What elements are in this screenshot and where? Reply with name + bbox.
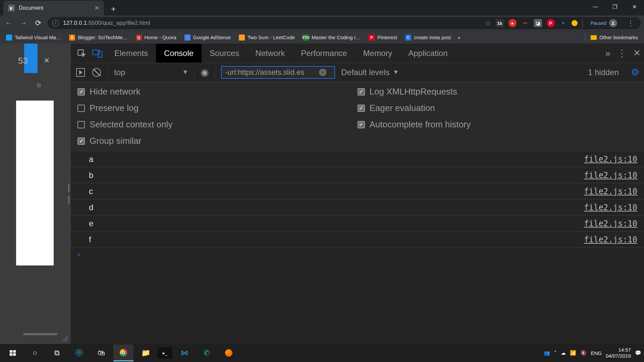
devtools-tab-elements[interactable]: Elements <box>106 44 156 63</box>
language-indicator[interactable]: ENG <box>591 350 602 356</box>
menu-button[interactable]: ⋮ <box>625 19 636 27</box>
vertical-grip-icon[interactable] <box>67 184 70 204</box>
tab-close-icon[interactable]: ✕ <box>94 4 99 12</box>
taskbar-vscode-icon[interactable]: ⋈ <box>174 345 195 361</box>
context-selector[interactable]: top▼ <box>114 68 188 77</box>
bookmark-item[interactable]: Two Sum - LeetCode <box>236 33 298 42</box>
devtools-tab-application[interactable]: Application <box>400 44 455 63</box>
hidden-count[interactable]: 1 hidden <box>588 68 619 77</box>
taskbar-store-icon[interactable]: 🛍 <box>91 345 111 361</box>
setting-label: Autocomplete from history <box>370 119 471 130</box>
log-source-link[interactable]: file2.js:10 <box>584 203 637 212</box>
close-window-button[interactable]: ✕ <box>625 0 644 13</box>
toggle-sidebar-icon[interactable] <box>75 67 86 77</box>
setting-label: Group similar <box>90 136 142 146</box>
bookmark-item[interactable]: Ccreate insta post <box>402 33 453 42</box>
log-message: d <box>89 203 93 212</box>
extension-icon[interactable]: ● <box>508 19 517 27</box>
maximize-button[interactable]: ❐ <box>605 0 625 13</box>
site-info-icon[interactable]: i <box>52 20 59 26</box>
live-expression-icon[interactable]: ◉ <box>201 67 209 78</box>
devtools-tab-performance[interactable]: Performance <box>293 44 355 63</box>
console-prompt[interactable]: › <box>71 248 644 262</box>
log-source-link[interactable]: file2.js:10 <box>584 219 637 228</box>
svg-rect-10 <box>13 353 16 356</box>
filter-field[interactable] <box>225 68 319 77</box>
setting-group-similar[interactable]: Group similar <box>77 136 358 146</box>
bookmark-item[interactable]: FTUMaster the Coding I… <box>300 33 363 42</box>
strip-handle-icon[interactable] <box>23 333 57 335</box>
start-button[interactable] <box>3 345 23 361</box>
people-icon[interactable]: 👥 <box>544 350 550 356</box>
setting-eager-evaluation[interactable]: Eager evaluation <box>358 103 638 113</box>
bookmark-item[interactable]: BBlogger: SciTechMe… <box>66 33 130 42</box>
reload-button[interactable]: ⟳ <box>33 18 44 28</box>
devtools-tabs-overflow[interactable]: » <box>605 48 610 59</box>
filter-input[interactable]: ✕ <box>221 66 335 79</box>
bookmark-item[interactable]: Tailwind Visual Ma… <box>3 33 64 42</box>
setting-hide-network[interactable]: Hide network <box>77 86 358 97</box>
log-source-link[interactable]: file2.js:10 <box>584 155 637 164</box>
back-button[interactable]: ← <box>3 18 14 28</box>
log-row: efile2.js:10 <box>71 216 644 232</box>
task-view-button[interactable]: ⧉ <box>47 345 67 361</box>
new-tab-button[interactable]: ＋ <box>109 3 117 14</box>
onedrive-icon[interactable]: ☁ <box>561 350 566 356</box>
cortana-button[interactable]: ○ <box>25 345 45 361</box>
close-strip-icon[interactable]: ✕ <box>44 56 50 65</box>
extension-icon[interactable]: P <box>547 19 555 27</box>
bookmark-favicon-icon: Q <box>136 35 142 41</box>
taskbar-whatsapp-icon[interactable]: ✆ <box>197 345 217 361</box>
setting-selected-context-only[interactable]: Selected context only <box>77 119 358 130</box>
extension-icon[interactable] <box>572 20 578 26</box>
device-toggle-icon[interactable] <box>90 46 105 61</box>
devtools-tab-sources[interactable]: Sources <box>202 44 247 63</box>
forward-button[interactable]: → <box>18 18 29 28</box>
volume-icon[interactable]: 🔇 <box>580 350 587 356</box>
setting-autocomplete-from-history[interactable]: Autocomplete from history <box>358 119 638 130</box>
setting-log-xmlhttprequests[interactable]: Log XMLHttpRequests <box>358 86 638 97</box>
devtools-tab-memory[interactable]: Memory <box>355 44 400 63</box>
extension-icon[interactable]: ◪ <box>534 19 542 27</box>
address-bar[interactable]: i 127.0.0.1:5500/quiz_app/file2.html ☆ 1… <box>48 17 641 29</box>
tray-chevron-icon[interactable]: ˄ <box>554 350 557 356</box>
extension-icon[interactable] <box>562 22 564 24</box>
taskbar-terminal-icon[interactable]: ▸_ <box>158 347 172 359</box>
action-center-icon[interactable]: 💬 <box>635 350 641 356</box>
inspect-element-icon[interactable] <box>74 46 89 61</box>
setting-preserve-log[interactable]: Preserve log <box>77 103 358 113</box>
log-source-link[interactable]: file2.js:10 <box>584 187 637 196</box>
log-levels-selector[interactable]: Default levels▼ <box>341 68 399 77</box>
taskbar-ie-icon[interactable]: ⓔ <box>69 345 89 361</box>
devtools-tab-network[interactable]: Network <box>247 44 293 63</box>
clear-filter-icon[interactable]: ✕ <box>319 69 326 76</box>
clock[interactable]: 14:57 04/07/2019 <box>606 347 631 359</box>
extension-icon[interactable]: 〰 <box>521 19 529 27</box>
other-bookmarks[interactable]: Other bookmarks <box>588 33 641 42</box>
resize-handle-icon[interactable] <box>62 335 68 342</box>
browser-tab[interactable]: ◧ Document ✕ <box>3 1 104 15</box>
system-tray: 👥 ˄ ☁ 📶 🔇 ENG 14:57 04/07/2019 💬 <box>544 347 641 359</box>
page-thumbnail[interactable] <box>16 101 54 265</box>
bookmark-item[interactable]: QHome - Quora <box>133 33 179 42</box>
devtools-tab-console[interactable]: Console <box>156 44 202 63</box>
taskbar-firefox-icon[interactable] <box>219 345 239 361</box>
taskbar-chrome-icon[interactable] <box>113 345 133 361</box>
console-settings-icon[interactable]: ⚙ <box>631 67 639 78</box>
bookmark-star-icon[interactable]: ☆ <box>485 19 491 27</box>
minimize-button[interactable]: — <box>586 0 605 13</box>
brightness-icon[interactable]: ☼ <box>36 80 42 89</box>
console-toolbar: top▼ ◉ ✕ Default levels▼ 1 hidden ⚙ <box>71 63 644 82</box>
clear-console-icon[interactable] <box>92 67 102 77</box>
bookmark-item[interactable]: Google AdSense <box>182 33 234 42</box>
wifi-icon[interactable]: 📶 <box>570 350 576 356</box>
log-source-link[interactable]: file2.js:10 <box>584 235 637 244</box>
devtools-menu-icon[interactable]: ⋮ <box>617 48 627 59</box>
bookmark-item[interactable]: PPinterest <box>366 33 400 42</box>
profile-paused-pill[interactable]: Paused <box>587 18 621 28</box>
extension-icon[interactable]: 1b <box>496 19 504 27</box>
bookmarks-overflow[interactable]: » <box>458 35 460 40</box>
devtools-close-icon[interactable]: ✕ <box>633 48 641 58</box>
log-source-link[interactable]: file2.js:10 <box>584 171 637 180</box>
taskbar-explorer-icon[interactable]: 📁 <box>136 345 156 361</box>
